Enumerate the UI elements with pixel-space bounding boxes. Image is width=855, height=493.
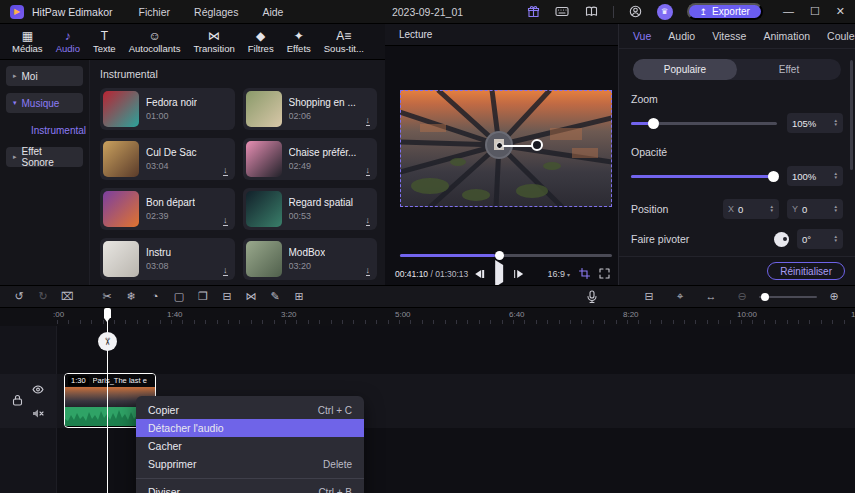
context-menu-item[interactable]: Supprimer Delete [136,455,364,473]
crop-icon[interactable] [579,265,590,283]
undo-icon[interactable]: ↺ [10,291,28,302]
freeze-frame-icon[interactable]: ❄ [122,291,140,302]
sidebar-item[interactable]: ▸ Effet Sonore [6,147,83,167]
audio-item-card[interactable]: Regard spatial 00:53 ↓ [243,188,378,230]
mask-icon[interactable]: ⊟ [218,291,236,302]
properties-tab[interactable]: Couleur [827,30,855,42]
audio-item-card[interactable]: Shopping en ... 02:06 ↓ [243,88,378,130]
microphone-icon[interactable] [587,290,597,303]
segment-option[interactable]: Populaire [633,59,737,80]
download-icon[interactable]: ↓ [223,216,228,226]
audio-item-card[interactable]: Cul De Sac 03:04 ↓ [100,138,235,180]
lock-icon[interactable] [12,392,23,410]
menu-item[interactable]: Fichier [139,6,171,18]
download-icon[interactable]: ↓ [223,166,228,176]
rotate-dial[interactable] [774,232,789,247]
playback-progress-bar[interactable] [400,254,612,257]
context-menu-item[interactable]: Détacher l'audio [136,419,364,437]
stepper-arrows[interactable]: ▲▼ [834,205,838,214]
properties-tab[interactable]: Vue [633,30,651,42]
media-tab[interactable]: ⋈ Transition [193,30,234,54]
draw-icon[interactable]: ✎ [266,291,284,302]
account-icon[interactable] [628,4,643,19]
track-visibility-eye-icon[interactable] [32,380,44,398]
zoom-value-field[interactable]: 105% ▲▼ [787,113,843,133]
menu-item[interactable]: Réglages [194,6,238,18]
stepper-arrows[interactable]: ▲▼ [834,235,838,244]
properties-tab[interactable]: Animation [763,30,810,42]
sidebar-item[interactable]: Instrumental [6,120,83,140]
opacity-slider-thumb[interactable] [768,171,779,182]
sidebar-item[interactable]: ▾ Musique [6,93,83,113]
timeline-zoom-slider[interactable] [759,296,817,298]
copy-icon[interactable]: ❐ [194,291,212,302]
timeline-zoom-out-icon[interactable]: ⊖ [733,291,751,302]
zoom-slider[interactable] [631,122,777,125]
detach-tracks-icon[interactable]: ⊟ [640,291,658,302]
user-avatar[interactable]: ♛ [657,4,673,20]
context-menu-item[interactable]: Copier Ctrl + C [136,401,364,419]
shortcut-keyboard-icon[interactable] [555,4,570,19]
rotate-value-field[interactable]: 0° ▲▼ [797,229,843,249]
next-frame-button[interactable] [514,270,523,278]
progress-thumb[interactable] [495,251,504,260]
mirror-clip-icon[interactable]: ⋈ [242,291,260,302]
track-mute-icon[interactable] [32,404,44,422]
timeline-zoom-in-icon[interactable]: ⊕ [825,291,843,302]
position-y-field[interactable]: Y 0 ▲▼ [787,199,843,219]
export-button[interactable]: ↥ Exporter [687,3,763,20]
media-tab[interactable]: T Texte [93,30,116,54]
crop-icon[interactable]: ▢ [170,291,188,302]
stepper-arrows[interactable]: ▲▼ [834,172,838,181]
context-menu-item[interactable]: Cacher [136,437,364,455]
media-tab[interactable]: ♪ Audio [56,30,80,54]
fullscreen-icon[interactable] [599,265,610,283]
stepper-arrows[interactable]: ▲▼ [834,119,838,128]
add-marker-icon[interactable]: ⌖ [671,291,689,302]
play-button[interactable] [495,265,503,283]
reset-button[interactable]: Réinitialiser [767,262,845,280]
download-icon[interactable]: ↓ [223,266,228,276]
guide-book-icon[interactable] [584,4,599,19]
anchor-point[interactable] [496,142,503,149]
segment-option[interactable]: Effet [737,59,841,80]
audio-item-card[interactable]: Chaise préfér... 02:49 ↓ [243,138,378,180]
opacity-value-field[interactable]: 100% ▲▼ [787,166,843,186]
media-tab[interactable]: A≡ Sous-tit... [324,30,364,54]
properties-scrollbar[interactable] [850,60,853,170]
sidebar-item[interactable]: ▸ Moi [6,66,83,86]
previous-frame-button[interactable] [475,270,484,278]
fit-timeline-icon[interactable]: ↔ [702,291,720,302]
download-icon[interactable]: ↓ [366,266,371,276]
opacity-slider[interactable] [631,175,777,178]
timeline-ruler[interactable]: :001:403:205:006:408:2010:0011:40 [0,308,855,326]
audio-item-card[interactable]: Fedora noir 01:00 ↓ [100,88,235,130]
menu-item[interactable]: Aide [262,6,283,18]
minimize-button[interactable]: — [783,6,794,17]
export-frame-icon[interactable]: ⊞ [290,291,308,302]
split-scissors-icon[interactable]: ✂ [98,291,116,302]
properties-tab[interactable]: Audio [668,30,695,42]
aspect-ratio-select[interactable]: 16:9▾ [547,269,570,279]
timeline-zoom-thumb[interactable] [761,293,769,301]
properties-tab[interactable]: Vitesse [712,30,746,42]
maximize-button[interactable]: ☐ [810,6,820,17]
download-icon[interactable]: ↓ [366,216,371,226]
audio-item-card[interactable]: Instru 03:08 ↓ [100,238,235,280]
trash-icon[interactable]: ⌧ [58,291,76,302]
speed-icon[interactable]: ◔ [146,291,164,302]
preview-video-frame[interactable] [400,90,612,207]
audio-item-card[interactable]: ModBox 03:20 ↓ [243,238,378,280]
zoom-slider-thumb[interactable] [648,118,659,129]
media-tab[interactable]: ◆ Filtres [248,30,274,54]
audio-item-card[interactable]: Bon départ 02:39 ↓ [100,188,235,230]
rotate-handle[interactable] [531,139,543,151]
gift-icon[interactable] [526,4,541,19]
redo-icon[interactable]: ↻ [34,291,52,302]
media-tab[interactable]: ▦ Médias [12,30,43,54]
context-menu-item[interactable]: Diviser Ctrl + B [136,478,364,493]
close-button[interactable]: ✕ [836,6,845,17]
media-tab[interactable]: ✦ Effets [287,30,311,54]
media-tab[interactable]: ☺ Autocollants [129,30,181,54]
stepper-arrows[interactable]: ▲▼ [770,205,774,214]
